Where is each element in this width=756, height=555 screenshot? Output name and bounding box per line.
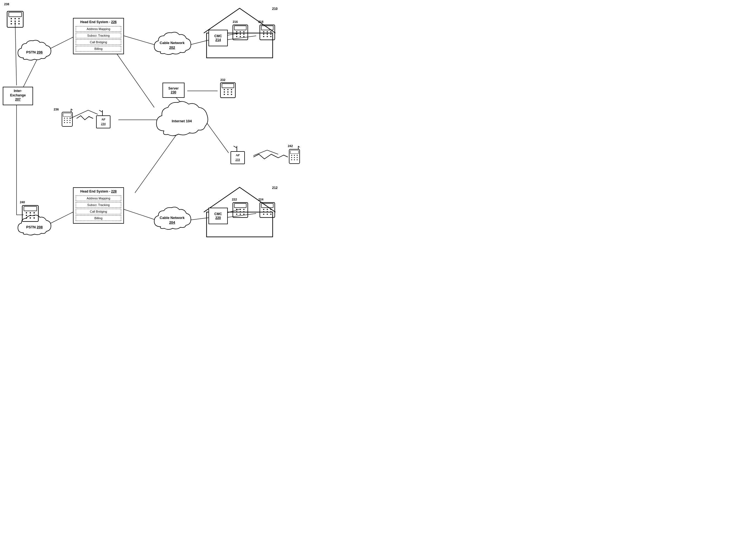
svg-point-85 <box>227 94 228 95</box>
svg-point-71 <box>66 120 68 121</box>
headend-226: Head End System - 226 Address Mapping Su… <box>73 18 124 54</box>
cmc-220: CMC220 <box>209 208 228 224</box>
svg-point-55 <box>263 36 264 37</box>
cable-network-204: Cable Network204 <box>153 205 191 236</box>
svg-text:AP: AP <box>101 118 105 121</box>
svg-point-56 <box>267 36 268 37</box>
svg-point-46 <box>243 36 244 37</box>
pstn-206-label: PSTN 206 <box>26 50 43 54</box>
phone-240-label: 240 <box>20 200 25 204</box>
svg-line-3 <box>124 36 157 45</box>
svg-rect-94 <box>289 149 300 164</box>
phone-216 <box>231 24 249 41</box>
svg-point-30 <box>14 20 16 22</box>
svg-point-54 <box>270 34 271 35</box>
svg-rect-95 <box>290 151 299 154</box>
pstn-206-cloud: PSTN 206 <box>16 39 52 66</box>
phone-224-label: 224 <box>258 198 263 201</box>
inter-exchange-title: Inter-Exchange207 <box>5 89 31 102</box>
svg-point-70 <box>64 120 65 121</box>
svg-point-138 <box>34 217 35 219</box>
svg-point-34 <box>18 23 20 25</box>
svg-point-86 <box>231 94 232 95</box>
svg-point-32 <box>11 23 12 25</box>
svg-point-98 <box>297 155 298 156</box>
network-diagram: 238 PSTN 206 Inter-Exchange207 Head End … <box>0 0 378 278</box>
svg-rect-65 <box>62 112 73 126</box>
svg-point-78 <box>224 89 225 90</box>
svg-point-33 <box>14 23 16 25</box>
headend-226-item-1: Address Mapping <box>76 26 121 32</box>
phone-222-label: 222 <box>232 198 237 201</box>
svg-point-50 <box>267 31 268 32</box>
svg-point-114 <box>236 214 237 215</box>
svg-text:AP: AP <box>236 154 240 157</box>
svg-point-45 <box>239 36 241 37</box>
server-230: Server230 <box>163 83 184 98</box>
phone-238-label: 238 <box>4 2 9 6</box>
svg-point-109 <box>239 209 241 210</box>
phone-224 <box>258 201 276 219</box>
cable-204-label: Cable Network204 <box>160 216 184 224</box>
svg-point-116 <box>243 214 244 215</box>
svg-point-99 <box>291 157 292 158</box>
headend-228-item-2: Subscr. Tracking <box>76 202 121 208</box>
phone-232-label: 232 <box>220 78 225 82</box>
cmc-220-label: CMC220 <box>214 212 222 220</box>
pstn-208-label: PSTN 208 <box>26 225 43 229</box>
svg-rect-25 <box>9 12 22 16</box>
svg-point-103 <box>294 159 295 160</box>
svg-line-13 <box>207 123 229 153</box>
svg-point-124 <box>270 211 271 212</box>
house-210-label: 210 <box>272 7 278 11</box>
phone-218 <box>258 24 276 41</box>
cmc-214-label: CMC214 <box>214 34 222 42</box>
svg-line-17 <box>124 209 157 220</box>
svg-rect-37 <box>234 26 246 30</box>
svg-rect-66 <box>63 113 71 117</box>
svg-point-29 <box>11 20 12 22</box>
mobile-242 <box>286 146 303 165</box>
svg-point-84 <box>224 94 225 95</box>
headend-226-item-4: Billing <box>76 46 121 51</box>
headend-228-item-3: Call Bridging <box>76 209 121 214</box>
svg-point-121 <box>270 209 271 210</box>
svg-point-112 <box>239 211 241 212</box>
svg-point-82 <box>227 91 228 92</box>
svg-point-119 <box>263 209 264 210</box>
svg-point-38 <box>236 31 237 32</box>
svg-point-104 <box>297 159 298 160</box>
house-212-label: 212 <box>272 186 278 190</box>
headend-228-item-1: Address Mapping <box>76 196 121 201</box>
phone-222 <box>231 201 249 219</box>
svg-point-40 <box>243 31 244 32</box>
headend-226-title: Head End System - 226 <box>76 20 121 25</box>
internet-104: Internet 104 <box>154 99 209 143</box>
mobile-236-label: 236 <box>54 108 59 111</box>
svg-point-132 <box>34 212 35 213</box>
svg-point-44 <box>236 36 237 37</box>
mobile-236 <box>59 109 76 128</box>
phone-238 <box>5 10 25 29</box>
svg-line-15 <box>267 150 278 154</box>
svg-rect-118 <box>261 204 273 208</box>
svg-point-96 <box>291 155 292 156</box>
svg-point-83 <box>231 91 232 92</box>
svg-point-97 <box>294 155 295 156</box>
svg-point-101 <box>297 157 298 158</box>
svg-point-31 <box>18 20 20 22</box>
cmc-214: CMC214 <box>209 30 228 46</box>
svg-line-88 <box>233 146 237 148</box>
svg-point-120 <box>267 209 268 210</box>
svg-point-115 <box>239 214 241 215</box>
phone-218-label: 218 <box>258 20 263 24</box>
svg-point-136 <box>26 217 27 219</box>
svg-point-102 <box>291 159 292 160</box>
svg-rect-48 <box>261 26 273 30</box>
svg-text:234: 234 <box>101 122 106 125</box>
svg-point-69 <box>70 118 71 119</box>
svg-point-100 <box>294 157 295 158</box>
headend-228-title: Head End System - 228 <box>76 189 121 194</box>
svg-point-137 <box>30 217 31 219</box>
pstn-206-number: 206 <box>37 50 43 54</box>
